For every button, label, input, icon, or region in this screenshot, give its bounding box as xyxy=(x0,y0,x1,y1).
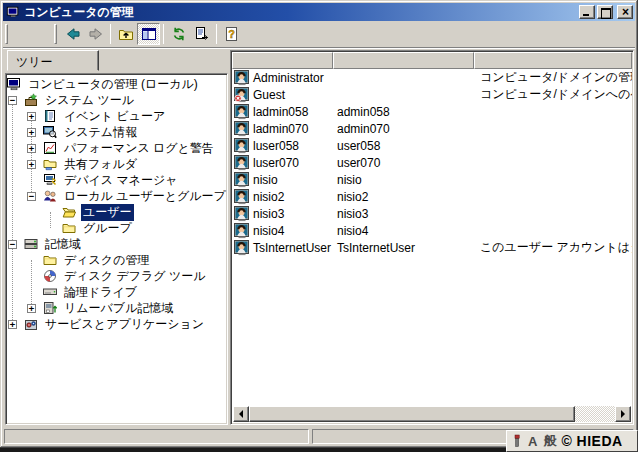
console-tree: コンピュータの管理 (ローカル) − システム ツール + イベント ビューア … xyxy=(5,73,228,425)
ime-conversion-mode-button[interactable]: 般 xyxy=(540,432,559,450)
toolbar-separator xyxy=(216,24,217,44)
tree-item[interactable]: + リムーバブル記憶域 xyxy=(6,300,227,316)
show-hide-console-tree-button[interactable] xyxy=(137,23,160,45)
refresh-icon xyxy=(171,26,187,42)
column-header[interactable] xyxy=(232,52,333,69)
tree-item[interactable]: + パフォーマンス ログと警告 xyxy=(6,140,227,156)
minimize-button[interactable] xyxy=(579,5,595,19)
tree-item[interactable]: − 記憶域 xyxy=(6,236,227,252)
refresh-button[interactable] xyxy=(167,23,190,45)
tree-item[interactable]: コンピュータの管理 (ローカル) xyxy=(6,76,227,92)
user-row[interactable]: nisio3 nisio3 xyxy=(232,205,632,222)
scroll-right-button[interactable] xyxy=(615,406,631,422)
tree-toggle-icon[interactable]: + xyxy=(27,144,36,153)
user-icon xyxy=(234,223,250,239)
tree-toggle-icon[interactable]: + xyxy=(27,304,36,313)
name-cell: luser070 xyxy=(232,155,333,171)
tree-item[interactable]: デバイス マネージャ xyxy=(6,172,227,188)
title-bar: コンピュータの管理 xyxy=(3,3,635,21)
full-name-cell: nisio3 xyxy=(333,207,474,221)
back-icon xyxy=(65,26,81,42)
name-cell: Administrator xyxy=(232,70,333,86)
system-tools-icon xyxy=(24,93,38,107)
up-folder-icon xyxy=(118,26,134,42)
band-gripper[interactable] xyxy=(5,24,8,44)
full-name-cell: nisio xyxy=(333,173,474,187)
scrollbar-thumb[interactable] xyxy=(249,406,575,422)
user-row[interactable]: ladmin070 admin070 xyxy=(232,120,632,137)
device-manager-icon xyxy=(43,173,57,187)
user-name: ladmin058 xyxy=(253,105,308,119)
help-button[interactable]: ? xyxy=(220,23,243,45)
tree-toggle-icon[interactable]: + xyxy=(27,160,36,169)
tree-toggle-icon[interactable]: + xyxy=(27,112,36,121)
column-header[interactable] xyxy=(474,52,632,69)
up-one-level-button[interactable] xyxy=(114,23,137,45)
band-gripper[interactable] xyxy=(54,24,57,44)
close-button[interactable] xyxy=(617,5,633,19)
tree-item[interactable]: + イベント ビューア xyxy=(6,108,227,124)
user-name: nisio xyxy=(253,173,278,187)
ime-pen-icon[interactable] xyxy=(510,434,524,448)
tree-item[interactable]: ディスクの管理 xyxy=(6,252,227,268)
name-cell: TsInternetUser xyxy=(232,240,333,256)
back-button[interactable] xyxy=(61,23,84,45)
menu-item[interactable] xyxy=(12,31,30,37)
tree-item[interactable]: − システム ツール xyxy=(6,92,227,108)
left-arrow-icon xyxy=(235,410,243,418)
right-arrow-icon xyxy=(621,410,629,418)
tree-item[interactable]: + システム情報 xyxy=(6,124,227,140)
name-cell: nisio2 xyxy=(232,189,333,205)
maximize-button[interactable] xyxy=(597,5,613,19)
user-name: Administrator xyxy=(253,71,324,85)
computer-icon xyxy=(7,77,21,91)
user-row[interactable]: Guest コンピュータ/ドメインへのゲスト ア xyxy=(232,86,632,103)
tree-item[interactable]: 論理ドライブ xyxy=(6,284,227,300)
tree-item[interactable]: + 共有フォルダ xyxy=(6,156,227,172)
user-icon xyxy=(234,104,250,120)
tree-item[interactable]: ユーザー xyxy=(6,204,227,220)
full-name-cell: user070 xyxy=(333,156,474,170)
user-row[interactable]: luser070 user070 xyxy=(232,154,632,171)
tree-toggle-icon[interactable]: + xyxy=(27,128,36,137)
list-body: Administrator コンピュータ/ドメインの管理用 ( Guest コン… xyxy=(232,69,632,256)
tree-toggle-icon[interactable]: − xyxy=(27,192,36,201)
tree-item[interactable]: + サービスとアプリケーション xyxy=(6,316,227,332)
description-cell: コンピュータ/ドメインの管理用 ( xyxy=(474,69,632,86)
menu-toolbar-band: ? xyxy=(3,21,635,47)
tree-item[interactable]: − ローカル ユーザーとグループ xyxy=(6,188,227,204)
user-name: TsInternetUser xyxy=(253,241,331,255)
menu-item[interactable] xyxy=(32,31,50,37)
column-header[interactable] xyxy=(333,52,474,69)
ime-input-mode-button[interactable]: A xyxy=(525,434,540,449)
user-row[interactable]: luser058 user058 xyxy=(232,137,632,154)
tree-toggle-icon[interactable]: − xyxy=(8,240,17,249)
show-tree-icon xyxy=(141,26,157,42)
forward-button[interactable] xyxy=(84,23,107,45)
user-row[interactable]: ladmin058 admin058 xyxy=(232,103,632,120)
description-cell: コンピュータ/ドメインへのゲスト ア xyxy=(474,86,632,103)
window-icon[interactable] xyxy=(6,5,20,19)
user-name: luser070 xyxy=(253,156,299,170)
tree-item[interactable]: グループ xyxy=(6,220,227,236)
user-row[interactable]: Administrator コンピュータ/ドメインの管理用 ( xyxy=(232,69,632,86)
horizontal-scrollbar[interactable] xyxy=(233,406,631,422)
user-icon xyxy=(234,240,250,256)
tree-item[interactable]: ディスク デフラグ ツール xyxy=(6,268,227,284)
user-name: Guest xyxy=(253,88,285,102)
tree-tab[interactable]: ツリー xyxy=(7,50,99,71)
user-row[interactable]: nisio2 nisio2 xyxy=(232,188,632,205)
user-icon xyxy=(234,206,250,222)
full-name-cell: nisio4 xyxy=(333,224,474,238)
services-icon xyxy=(24,317,38,331)
user-icon xyxy=(234,121,250,137)
user-row[interactable]: nisio nisio xyxy=(232,171,632,188)
user-row[interactable]: nisio4 nisio4 xyxy=(232,222,632,239)
ime-toolbar: A 般 © HIEDA xyxy=(506,430,638,452)
tree-toggle-icon[interactable]: − xyxy=(8,96,17,105)
scroll-left-button[interactable] xyxy=(233,406,249,422)
tree-toggle-icon[interactable]: + xyxy=(8,320,17,329)
export-list-button[interactable] xyxy=(190,23,213,45)
scrollbar-track[interactable] xyxy=(575,406,615,422)
user-row[interactable]: TsInternetUser TsInternetUser このユーザー アカウ… xyxy=(232,239,632,256)
